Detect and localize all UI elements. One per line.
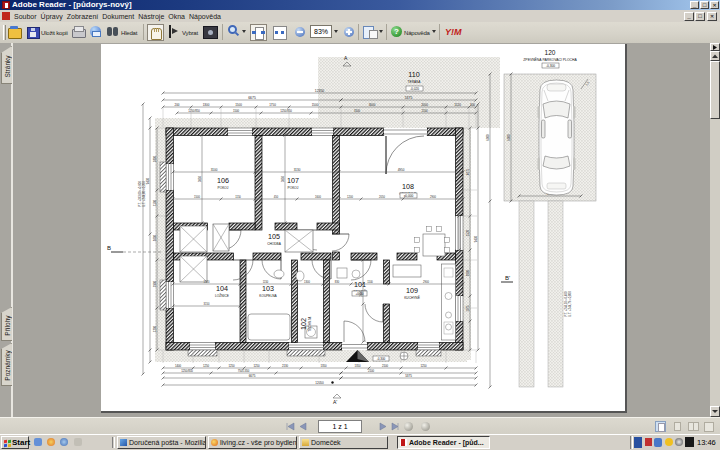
svg-text:POKOJ: POKOJ [218,186,229,190]
svg-text:1520: 1520 [454,103,461,107]
svg-text:1800: 1800 [153,155,157,162]
svg-text:103: 103 [262,284,274,293]
svg-text:CHODBA: CHODBA [267,242,282,246]
svg-text:3000: 3000 [153,234,157,241]
svg-text:109: 109 [406,286,418,295]
svg-text:POKOJ: POKOJ [288,186,299,190]
svg-text:110: 110 [408,70,419,79]
svg-text:200: 200 [174,103,179,107]
svg-text:3150: 3150 [204,302,210,306]
svg-text:1500: 1500 [194,195,200,199]
svg-text:1500: 1500 [235,103,242,107]
svg-text:4950: 4950 [398,168,405,172]
svg-text:2100: 2100 [421,109,428,113]
svg-text:3130: 3130 [294,168,301,172]
svg-text:1250: 1250 [203,364,210,368]
svg-text:LOŽNICE: LOŽNICE [215,293,229,298]
svg-text:102: 102 [299,318,308,330]
svg-text:1150: 1150 [235,195,241,199]
svg-text:TECHN.M.: TECHN.M. [308,316,312,332]
svg-text:300: 300 [470,103,475,107]
svg-text:2130: 2130 [282,364,289,368]
svg-text:1075: 1075 [466,305,470,312]
svg-text:6675: 6675 [248,96,256,100]
svg-text:107: 107 [287,176,299,185]
svg-text:105: 105 [268,232,280,241]
svg-text:750/1350: 750/1350 [238,369,250,373]
svg-text:9430: 9430 [474,235,478,242]
svg-text:B': B' [505,275,510,281]
svg-text:1500: 1500 [233,109,240,113]
svg-text:3850: 3850 [198,176,202,182]
svg-text:5375: 5375 [405,374,412,378]
svg-text:6000: 6000 [507,134,511,141]
svg-text:1350: 1350 [320,364,327,368]
svg-text:2100: 2100 [368,369,375,373]
svg-text:9430: 9430 [146,177,150,184]
svg-text:U.T. +244,79=-0,800: U.T. +244,79=-0,800 [568,291,572,317]
svg-text:2050: 2050 [379,195,385,199]
svg-text:3100: 3100 [354,109,361,113]
svg-text:6000: 6000 [486,134,490,141]
svg-text:1400: 1400 [175,364,182,368]
svg-text:1900: 1900 [153,280,157,287]
svg-text:3100: 3100 [211,168,218,172]
svg-text:108: 108 [402,182,414,191]
svg-text:1150: 1150 [263,280,269,284]
svg-text:1250: 1250 [253,364,260,368]
svg-text:2100: 2100 [382,364,389,368]
svg-text:6675: 6675 [249,374,256,378]
svg-text:1200: 1200 [347,195,353,199]
svg-text:B: B [107,245,111,251]
svg-text:1100: 1100 [153,200,157,206]
svg-text:2900: 2900 [423,280,429,284]
svg-text:1850: 1850 [359,291,363,297]
svg-text:1300: 1300 [304,280,310,284]
svg-text:-0,020: -0,020 [410,87,419,91]
svg-text:1250/850: 1250/850 [188,109,200,113]
svg-text:KOUPELNA: KOUPELNA [259,294,277,298]
svg-text:5375: 5375 [405,96,413,100]
svg-text:1250/850: 1250/850 [280,109,292,113]
svg-text:3850: 3850 [281,176,285,182]
svg-text:1100: 1100 [367,280,373,284]
svg-text:104: 104 [216,284,228,293]
svg-text:2900: 2900 [430,195,436,199]
svg-text:3000: 3000 [369,103,376,107]
svg-text:120: 120 [545,49,556,56]
svg-text:1350: 1350 [354,364,361,368]
svg-text:±0,000: ±0,000 [404,194,414,198]
svg-text:1600: 1600 [315,195,321,199]
svg-text:106: 106 [217,176,229,185]
svg-text:2000: 2000 [421,103,428,107]
svg-text:-0,300: -0,300 [546,64,555,68]
svg-text:1250/850: 1250/850 [181,369,193,373]
svg-text:12050: 12050 [315,381,324,385]
svg-text:KUCHYNĚ: KUCHYNĚ [404,295,420,300]
svg-text:12350: 12350 [315,89,325,93]
svg-text:1300: 1300 [203,103,210,107]
svg-text:1520: 1520 [466,229,470,236]
svg-text:A': A' [333,399,337,405]
svg-text:1500: 1500 [312,103,319,107]
svg-text:1200: 1200 [153,325,157,332]
svg-text:450: 450 [274,195,279,199]
svg-text:1520: 1520 [204,280,210,284]
svg-text:2000: 2000 [466,269,470,276]
svg-text:1750: 1750 [269,103,276,107]
svg-text:4075: 4075 [466,168,470,175]
svg-text:U.T. +244,80=-0,200: U.T. +244,80=-0,200 [142,181,146,207]
svg-text:830: 830 [335,280,340,284]
svg-text:-0,300: -0,300 [377,357,386,361]
svg-text:ZPEVNĚNÁ PARKOVACÍ PLOCHA: ZPEVNĚNÁ PARKOVACÍ PLOCHA [523,57,577,62]
svg-text:1250: 1250 [420,364,427,368]
svg-text:1250: 1250 [228,364,235,368]
svg-text:TERASA: TERASA [408,80,422,84]
